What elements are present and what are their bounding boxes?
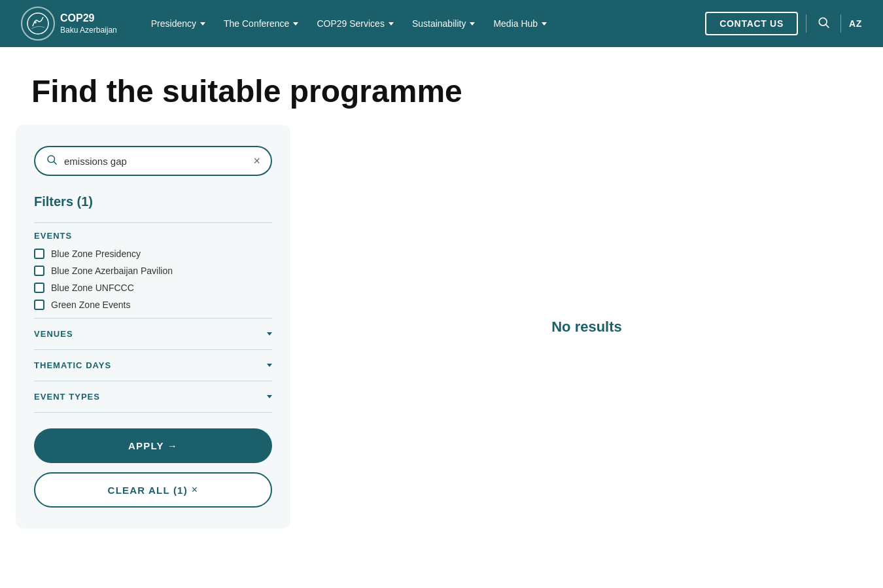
- page-title: Find the suitable programme: [31, 73, 852, 109]
- checkbox-blue-zone-presidency[interactable]: [34, 249, 44, 259]
- event-types-chevron-icon: [267, 395, 272, 398]
- checkbox-blue-zone-azerbaijan[interactable]: [34, 266, 44, 276]
- filter-divider-3: [34, 349, 272, 350]
- filter-divider-4: [34, 381, 272, 381]
- svg-line-5: [54, 162, 56, 164]
- search-icon: [46, 154, 58, 168]
- navigation: COP29 Baku Azerbaijan Presidency The Con…: [0, 0, 883, 47]
- checkbox-blue-zone-unfccc[interactable]: [34, 283, 44, 293]
- svg-point-4: [48, 156, 55, 163]
- nav-links: Presidency The Conference COP29 Services…: [143, 13, 705, 34]
- apply-button[interactable]: APPLY →: [34, 428, 272, 463]
- checkbox-green-zone[interactable]: [34, 300, 44, 310]
- search-clear-button[interactable]: ×: [253, 155, 260, 167]
- filter-divider-2: [34, 318, 272, 319]
- svg-line-3: [826, 24, 829, 27]
- events-options: Blue Zone Presidency Blue Zone Azerbaija…: [34, 249, 272, 310]
- svg-point-1: [34, 21, 37, 24]
- contact-us-button[interactable]: CONTACT US: [705, 12, 798, 35]
- logo-circle: [21, 7, 55, 41]
- event-types-title: EVENT TYPES: [34, 392, 100, 402]
- chevron-down-icon: [542, 22, 547, 26]
- search-input[interactable]: [64, 156, 247, 167]
- results-area: No results: [306, 125, 867, 528]
- events-section-title: EVENTS: [34, 231, 272, 241]
- chevron-down-icon: [470, 22, 475, 26]
- no-results-label: No results: [551, 319, 622, 336]
- nav-link-media-hub[interactable]: Media Hub: [485, 13, 555, 34]
- nav-link-conference[interactable]: The Conference: [216, 13, 306, 34]
- language-button[interactable]: AZ: [849, 18, 862, 29]
- filter-divider: [34, 222, 272, 223]
- nav-link-sustainability[interactable]: Sustainability: [404, 13, 483, 34]
- logo-text: COP29 Baku Azerbaijan: [60, 12, 117, 35]
- venues-section[interactable]: VENUES: [34, 326, 272, 341]
- nav-actions: CONTACT US AZ: [705, 12, 862, 35]
- thematic-days-section[interactable]: THEMATIC DAYS: [34, 358, 272, 373]
- event-types-section[interactable]: EVENT TYPES: [34, 389, 272, 404]
- svg-point-0: [27, 13, 48, 34]
- filter-divider-5: [34, 412, 272, 413]
- nav-link-presidency[interactable]: Presidency: [143, 13, 213, 34]
- thematic-days-title: THEMATIC DAYS: [34, 360, 111, 370]
- sidebar: × Filters (1) EVENTS Blue Zone Presidenc…: [16, 125, 290, 528]
- venues-title: VENUES: [34, 329, 73, 339]
- clear-all-button[interactable]: CLEAR ALL (1) ×: [34, 472, 272, 508]
- page-header: Find the suitable programme: [0, 47, 883, 125]
- main-layout: × Filters (1) EVENTS Blue Zone Presidenc…: [0, 125, 883, 555]
- sidebar-buttons: APPLY → CLEAR ALL (1) ×: [34, 428, 272, 508]
- search-icon-button[interactable]: [814, 13, 833, 35]
- filter-option-green-zone[interactable]: Green Zone Events: [34, 300, 272, 310]
- filter-option-blue-zone-unfccc[interactable]: Blue Zone UNFCCC: [34, 283, 272, 293]
- chevron-down-icon: [389, 22, 394, 26]
- venues-chevron-icon: [267, 332, 272, 336]
- nav-divider-2: [840, 14, 841, 33]
- nav-link-services[interactable]: COP29 Services: [309, 13, 401, 34]
- nav-divider: [806, 14, 806, 33]
- logo[interactable]: COP29 Baku Azerbaijan: [21, 7, 117, 41]
- chevron-down-icon: [293, 22, 298, 26]
- svg-point-2: [819, 18, 827, 26]
- thematic-days-chevron-icon: [267, 364, 272, 367]
- filter-option-blue-zone-presidency[interactable]: Blue Zone Presidency: [34, 249, 272, 259]
- chevron-down-icon: [200, 22, 205, 26]
- search-box: ×: [34, 146, 272, 176]
- filters-title: Filters (1): [34, 194, 272, 209]
- filter-option-blue-zone-azerbaijan[interactable]: Blue Zone Azerbaijan Pavilion: [34, 266, 272, 276]
